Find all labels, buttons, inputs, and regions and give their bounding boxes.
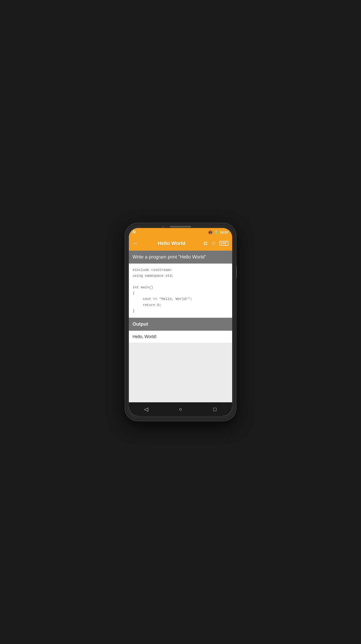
output-block: Hello, World!	[129, 331, 232, 343]
status-bar: N 📵 🔋 10:07	[129, 228, 232, 236]
back-button[interactable]: ←	[133, 240, 138, 247]
nav-bar: ◁ ○ □	[129, 402, 232, 416]
output-text: Hello, World!	[133, 334, 157, 339]
code-content: #include <iostream> using namespace std;…	[133, 267, 228, 314]
nav-back-button[interactable]: ◁	[141, 404, 151, 414]
share-icon[interactable]: ☉	[211, 240, 216, 246]
camera	[162, 226, 164, 228]
empty-space	[129, 343, 232, 402]
phone-device: N 📵 🔋 10:07 ← Hello World ⧉ ☉ PDF	[125, 223, 236, 421]
toolbar-title: Hello World	[142, 240, 202, 246]
app-toolbar: ← Hello World ⧉ ☉ PDF	[129, 236, 232, 251]
code-block: #include <iostream> using namespace std;…	[129, 264, 232, 318]
nav-home-button[interactable]: ○	[175, 404, 186, 414]
pdf-button[interactable]: PDF	[219, 241, 228, 246]
battery-icon: 🔋	[214, 230, 218, 234]
content-area: Write a program print "Hello World" #inc…	[129, 251, 232, 402]
output-label: Output	[133, 321, 148, 327]
signal-icon: 📵	[208, 230, 212, 234]
status-bar-right: 📵 🔋 10:07	[208, 230, 228, 234]
status-time: 10:07	[220, 230, 228, 234]
phone-screen: N 📵 🔋 10:07 ← Hello World ⧉ ☉ PDF	[129, 228, 232, 416]
question-text: Write a program print "Hello World"	[133, 254, 206, 260]
output-header: Output	[129, 318, 232, 331]
toolbar-icons: ⧉ ☉ PDF	[204, 240, 228, 246]
speaker-grille	[170, 226, 191, 227]
copy-icon[interactable]: ⧉	[204, 240, 207, 246]
question-header: Write a program print "Hello World"	[129, 251, 232, 264]
nav-recents-button[interactable]: □	[210, 404, 220, 414]
app-logo: N	[133, 230, 136, 235]
status-bar-left: N	[133, 230, 136, 235]
